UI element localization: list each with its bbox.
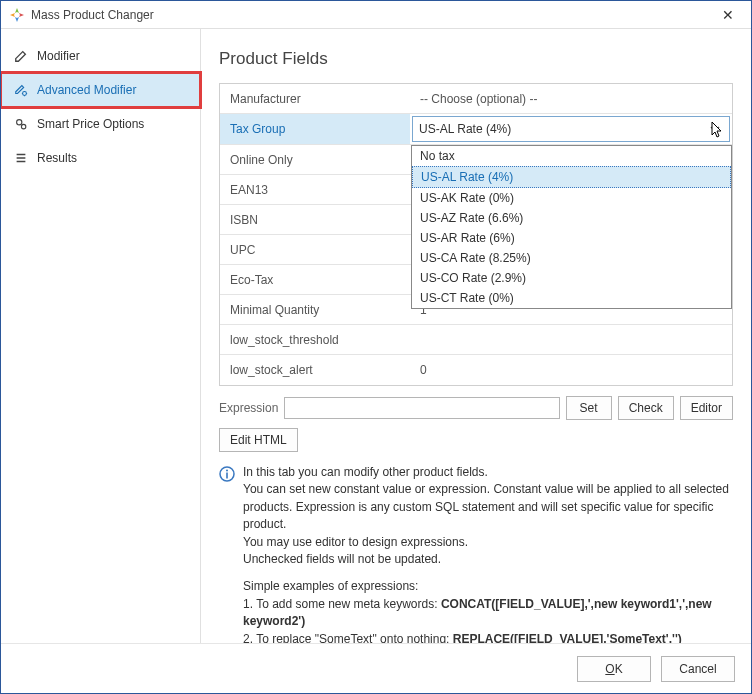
field-label: EAN13 <box>220 175 410 204</box>
app-icon <box>9 7 25 23</box>
field-value: US-AL Rate (4%) <box>410 114 732 144</box>
field-label: Online Only <box>220 145 410 174</box>
field-label: Tax Group <box>220 114 410 144</box>
dropdown-option[interactable]: US-CO Rate (2.9%) <box>412 268 731 288</box>
field-label: low_stock_alert <box>220 355 410 385</box>
dropdown-option[interactable]: US-CA Rate (8.25%) <box>412 248 731 268</box>
check-button[interactable]: Check <box>618 396 674 420</box>
chevron-down-icon[interactable] <box>707 121 723 137</box>
expression-label: Expression <box>219 401 278 415</box>
page-title: Product Fields <box>219 49 733 69</box>
list-icon <box>13 150 29 166</box>
combo-selected-text: US-AL Rate (4%) <box>419 122 707 136</box>
sidebar-item-smart-price[interactable]: Smart Price Options <box>1 107 200 141</box>
set-button[interactable]: Set <box>566 396 612 420</box>
field-row-low-stock-alert[interactable]: low_stock_alert 0 <box>220 355 732 385</box>
info-icon <box>219 466 235 482</box>
dropdown-option[interactable]: US-AK Rate (0%) <box>412 188 731 208</box>
pencil-icon <box>13 48 29 64</box>
tax-group-dropdown[interactable]: No tax US-AL Rate (4%) US-AK Rate (0%) U… <box>411 145 732 309</box>
ok-button[interactable]: OK <box>577 656 651 682</box>
field-label: UPC <box>220 235 410 264</box>
sidebar-item-label: Modifier <box>37 49 80 63</box>
dropdown-option[interactable]: No tax <box>412 146 731 166</box>
sidebar: Modifier Advanced Modifier <box>1 29 201 643</box>
tax-group-combobox[interactable]: US-AL Rate (4%) <box>412 116 730 142</box>
svg-point-0 <box>23 92 27 96</box>
info-line: Unchecked fields will not be updated. <box>243 551 733 568</box>
sidebar-item-label: Smart Price Options <box>37 117 144 131</box>
info-example: 1. To add some new meta keywords: CONCAT… <box>243 596 733 631</box>
expression-input[interactable] <box>284 397 559 419</box>
editor-button[interactable]: Editor <box>680 396 733 420</box>
sidebar-item-label: Results <box>37 151 77 165</box>
field-row-manufacturer[interactable]: Manufacturer -- Choose (optional) -- <box>220 84 732 114</box>
pencil-gear-icon <box>13 82 29 98</box>
cancel-button[interactable]: Cancel <box>661 656 735 682</box>
sidebar-item-advanced-modifier[interactable]: Advanced Modifier <box>1 73 200 107</box>
field-value: 0 <box>410 355 732 385</box>
close-button[interactable]: ✕ <box>713 7 743 23</box>
sidebar-item-results[interactable]: Results <box>1 141 200 175</box>
dropdown-option[interactable]: US-AZ Rate (6.6%) <box>412 208 731 228</box>
field-label: ISBN <box>220 205 410 234</box>
sidebar-item-modifier[interactable]: Modifier <box>1 39 200 73</box>
svg-point-2 <box>21 124 25 128</box>
gears-icon <box>13 116 29 132</box>
window-title: Mass Product Changer <box>31 8 713 22</box>
field-label: Manufacturer <box>220 84 410 113</box>
field-row-low-stock-threshold[interactable]: low_stock_threshold <box>220 325 732 355</box>
field-label: Eco-Tax <box>220 265 410 294</box>
dropdown-option[interactable]: US-AL Rate (4%) <box>412 166 731 188</box>
svg-point-4 <box>226 470 228 472</box>
titlebar: Mass Product Changer ✕ <box>1 1 751 29</box>
info-text: In this tab you can modify other product… <box>243 464 733 643</box>
field-label: Minimal Quantity <box>220 295 410 324</box>
field-label: low_stock_threshold <box>220 325 410 354</box>
info-line: You can set new constant value or expres… <box>243 481 733 533</box>
dropdown-option[interactable]: US-CT Rate (0%) <box>412 288 731 308</box>
dropdown-option[interactable]: US-AR Rate (6%) <box>412 228 731 248</box>
info-line: You may use editor to design expressions… <box>243 534 733 551</box>
dialog-window: Mass Product Changer ✕ Modifier Advanc <box>0 0 752 694</box>
info-line: In this tab you can modify other product… <box>243 464 733 481</box>
info-example: 2. To replace "SomeText" onto nothing: R… <box>243 631 733 643</box>
info-block: In this tab you can modify other product… <box>219 464 733 643</box>
field-row-tax-group[interactable]: Tax Group US-AL Rate (4%) <box>220 114 732 145</box>
edit-html-button[interactable]: Edit HTML <box>219 428 298 452</box>
info-examples-heading: Simple examples of expressions: <box>243 578 733 595</box>
fields-grid-wrapper: Manufacturer -- Choose (optional) -- Tax… <box>219 83 733 386</box>
body: Modifier Advanced Modifier <box>1 29 751 643</box>
svg-rect-5 <box>226 473 228 479</box>
edit-html-row: Edit HTML <box>219 428 733 452</box>
field-value: -- Choose (optional) -- <box>410 84 732 113</box>
footer: OK Cancel <box>1 643 751 693</box>
content-panel: Product Fields Manufacturer -- Choose (o… <box>201 29 751 643</box>
svg-point-1 <box>17 120 22 125</box>
expression-row: Expression Set Check Editor <box>219 396 733 420</box>
sidebar-item-label: Advanced Modifier <box>37 83 136 97</box>
field-value <box>410 325 732 354</box>
